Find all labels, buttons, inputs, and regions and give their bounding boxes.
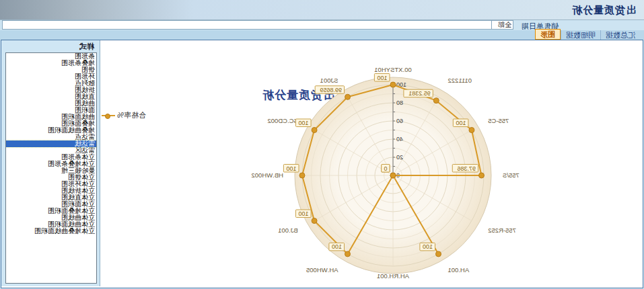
radar-value-label: 100 bbox=[377, 75, 387, 81]
radar-category-label: 755-R252 bbox=[488, 226, 516, 234]
radar-category-label: 755/S bbox=[503, 171, 520, 179]
chart-panel: 出货质量分析 合格率% 02040608010000.XTSYH01011122… bbox=[100, 40, 643, 286]
radar-category-label: AH.001 bbox=[448, 266, 470, 274]
radar-value-label: 100 bbox=[286, 165, 296, 172]
tab-3[interactable]: 图形 bbox=[535, 29, 561, 40]
filter-value-dropdown[interactable]: 全部 bbox=[491, 20, 513, 30]
main-panel: 出货质量分析 合格率% 02040608010000.XTSYH01011122… bbox=[1, 40, 643, 288]
radar-data-point bbox=[478, 173, 484, 178]
tab-1[interactable]: 汇总数据 bbox=[600, 30, 640, 40]
tab-bar: 汇总数据明细数据图形 bbox=[0, 30, 644, 40]
radar-category-label: BJ.001 bbox=[278, 226, 298, 234]
radar-data-point bbox=[436, 251, 441, 257]
radar-data-point bbox=[312, 218, 317, 224]
radar-value-label: 0 bbox=[384, 165, 387, 172]
radar-category-label: SC.CD002 bbox=[267, 117, 297, 124]
radar-data-point bbox=[345, 251, 351, 257]
radar-value-label: 95.2381 bbox=[408, 90, 431, 97]
radar-data-point bbox=[299, 173, 305, 178]
radar-value-label: 99.8659 bbox=[320, 87, 343, 93]
radar-category-label: 0111222 bbox=[448, 77, 472, 84]
radar-chart: 02040608010000.XTSYH010111222755-C5755/S… bbox=[100, 40, 643, 286]
radar-category-label: 00.XTSYH01 bbox=[374, 66, 411, 73]
radar-value-label: 100 bbox=[299, 210, 309, 217]
radar-category-label: HB.WH002 bbox=[251, 171, 283, 179]
radar-data-point bbox=[469, 128, 474, 133]
radar-data-point bbox=[433, 98, 439, 104]
radar-axis-tick-label: 80 bbox=[396, 99, 403, 106]
radar-value-label: 100 bbox=[456, 120, 466, 126]
radar-category-label: 755-C5 bbox=[488, 117, 509, 124]
radar-category-label: SJ001 bbox=[320, 77, 338, 84]
radar-axis-tick-label: 20 bbox=[396, 154, 403, 161]
filter-date-input[interactable] bbox=[2, 20, 492, 30]
chart-type-listbox[interactable]: 条形图堆叠条形图饼图环形图散列点折线图直线图曲线图面积图曲线面积图堆叠面积图堆叠… bbox=[5, 52, 97, 284]
application-window: 出货质量分析 销售单日期 全部 汇总数据明细数据图形 出货质量分析 合格率% 0… bbox=[0, 0, 644, 289]
radar-category-label: AH.RH.001 bbox=[377, 272, 409, 280]
radar-value-label: 97.386 bbox=[457, 165, 476, 172]
radar-category-label: AH.WH005 bbox=[306, 266, 338, 274]
sidebar-header: 样式 bbox=[79, 42, 94, 52]
radar-data-point bbox=[345, 94, 351, 99]
radar-data-point bbox=[312, 128, 317, 133]
tab-2[interactable]: 明细数据 bbox=[561, 30, 600, 40]
radar-data-point bbox=[390, 173, 396, 178]
title-bar: 出货质量分析 bbox=[0, 0, 644, 20]
radar-value-label: 100 bbox=[299, 120, 309, 126]
radar-value-label: 100 bbox=[423, 243, 433, 250]
chart-style-sidebar: 样式 条形图堆叠条形图饼图环形图散列点折线图直线图曲线图面积图曲线面积图堆叠面积… bbox=[1, 40, 100, 286]
radar-axis-tick-label: 60 bbox=[396, 118, 403, 124]
page-title: 出货质量分析 bbox=[571, 4, 636, 17]
radar-axis-tick-label: 40 bbox=[396, 136, 403, 142]
chart-type-option[interactable]: 立体堆叠曲线面积图 bbox=[6, 228, 96, 235]
radar-value-label: 100 bbox=[332, 243, 342, 250]
radar-data-point bbox=[390, 82, 396, 87]
